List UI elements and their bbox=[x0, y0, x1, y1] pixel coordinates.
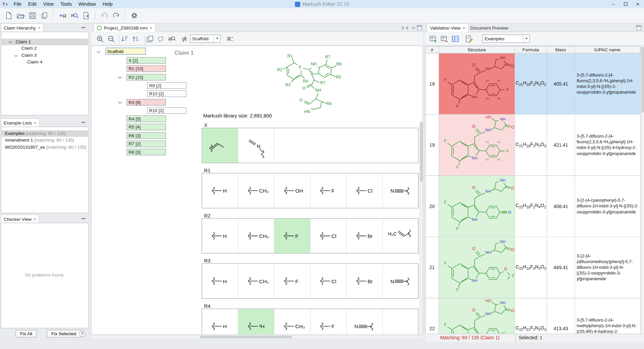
rgroup-tree-item[interactable]: R8 [3] bbox=[126, 149, 166, 155]
minimize-button[interactable]: – bbox=[607, 0, 620, 8]
panel-layout-icon[interactable] bbox=[417, 25, 422, 31]
scaffold-structure[interactable]: R1 X R2 R3 R4 NH R7 R6 R5 R7 O NH O HN R… bbox=[251, 47, 362, 119]
undo-button[interactable] bbox=[99, 10, 109, 21]
new-document-button[interactable] bbox=[3, 10, 14, 21]
minimize-panel-icon[interactable] bbox=[81, 122, 85, 123]
close-tab-icon[interactable]: × bbox=[463, 26, 465, 31]
rgroup-tree-item[interactable]: R10 [2] bbox=[147, 107, 186, 114]
claim-item[interactable]: Claim 2 bbox=[2, 45, 88, 52]
add-example-list-button[interactable] bbox=[428, 34, 438, 44]
table-row[interactable]: 18FFNHONHNHOF²H²H²H²HC21H18F3N3O2405.413… bbox=[426, 53, 641, 114]
example-lists-tab[interactable]: Example Lists × bbox=[1, 118, 39, 127]
copy-structure-button[interactable] bbox=[145, 34, 155, 44]
rgroup-tree-item[interactable]: R1 [10] bbox=[126, 65, 166, 72]
rgroup-tree-item[interactable]: R7 [2] bbox=[126, 141, 166, 147]
fragment-cell[interactable]: ²H bbox=[238, 309, 274, 335]
sort-ascending-button[interactable] bbox=[131, 34, 141, 44]
rgroup-tree-item[interactable]: R4 [5] bbox=[126, 115, 166, 122]
import-rgroup-button[interactable]: R bbox=[57, 10, 67, 21]
close-button[interactable]: × bbox=[632, 0, 644, 8]
rgroup-tree-item[interactable]: R10 [2] bbox=[147, 90, 186, 97]
help-button[interactable]: ? bbox=[79, 330, 86, 337]
fragment-cell[interactable] bbox=[202, 128, 238, 163]
document-tab[interactable]: Project_Z58016B.mrv × bbox=[94, 23, 156, 32]
expand-arrow-icon[interactable] bbox=[118, 100, 121, 103]
claim-item[interactable]: Claim 3 bbox=[2, 52, 88, 59]
claim-item[interactable]: Claim 4 bbox=[2, 59, 88, 65]
maximize-button[interactable] bbox=[620, 0, 632, 8]
rlogic-button[interactable]: R+− bbox=[225, 34, 235, 44]
panel-layout-icon[interactable] bbox=[636, 25, 642, 31]
scaffold-expand-icon[interactable] bbox=[97, 50, 100, 53]
rgroup-tree-item[interactable]: R9 [2] bbox=[147, 82, 186, 89]
fix-selected-button[interactable]: Fix Selected bbox=[47, 330, 81, 337]
structure-cell[interactable]: FFNHONHNHOHO bbox=[439, 298, 515, 334]
expand-arrow-icon[interactable] bbox=[8, 40, 12, 43]
fragment-cell[interactable]: H bbox=[202, 173, 238, 208]
column-structure[interactable]: Structure bbox=[439, 46, 515, 53]
fragment-cell[interactable]: Cl bbox=[311, 218, 347, 253]
redo-button[interactable] bbox=[111, 10, 121, 21]
structure-cell[interactable]: FFNHONHNHOF²H²H²H²H bbox=[439, 53, 515, 114]
example-list-dropdown[interactable]: Examples bbox=[483, 35, 530, 43]
column-formula[interactable]: Formula bbox=[515, 46, 547, 53]
close-icon[interactable]: × bbox=[34, 120, 37, 125]
rgroup-tree-item[interactable]: R3 [9] bbox=[126, 99, 166, 106]
rgroup-search-button[interactable]: R bbox=[69, 10, 79, 21]
checker-view-tab[interactable]: Checker View × bbox=[1, 214, 39, 222]
example-list-item[interactable]: Examples [matching: 60 / 135] bbox=[2, 130, 88, 137]
fragment-cell[interactable]: OH bbox=[274, 173, 311, 208]
fragment-cell[interactable]: Br bbox=[346, 218, 383, 253]
fragment-cell[interactable]: H₂C bbox=[383, 218, 419, 253]
scrollbar-thumb[interactable] bbox=[420, 122, 423, 182]
fragment-cell[interactable]: N bbox=[383, 264, 419, 298]
column-number[interactable]: # bbox=[426, 46, 439, 53]
column-mass[interactable]: Mass bbox=[547, 46, 575, 53]
fragment-cell[interactable]: H bbox=[202, 218, 238, 253]
fragment-cell[interactable]: Cl bbox=[311, 264, 347, 298]
rgroup-tree-item[interactable]: R5 [4] bbox=[126, 124, 166, 131]
fragment-cell[interactable]: CH₃ bbox=[238, 264, 274, 298]
fragment-cell[interactable]: F bbox=[311, 173, 347, 208]
edit-list-button[interactable] bbox=[464, 34, 474, 44]
rgroup-export-button[interactable] bbox=[81, 10, 91, 21]
rgroup-query-button[interactable]: R bbox=[167, 34, 176, 44]
fragment-cell[interactable]: CH₃ bbox=[274, 309, 311, 335]
close-icon[interactable]: × bbox=[34, 216, 36, 221]
markush-canvas[interactable]: X [2]R1 [10]R2 [15]R9 [2]R10 [2]R3 [9]R1… bbox=[91, 46, 423, 335]
tab-validation-view[interactable]: Validation View × bbox=[427, 23, 468, 32]
rgroup-tree-item[interactable]: R6 [3] bbox=[126, 132, 166, 139]
scrollbar-thumb[interactable] bbox=[200, 336, 292, 338]
tab-scroll-right-icon[interactable] bbox=[406, 26, 410, 30]
structure-cell[interactable]: FFNHONHNHOOFF bbox=[439, 237, 515, 298]
canvas-horizontal-scrollbar[interactable] bbox=[91, 335, 423, 338]
table-view-button[interactable] bbox=[450, 34, 460, 44]
rgroup-tree-item[interactable]: X [2] bbox=[126, 57, 166, 64]
close-icon[interactable]: × bbox=[38, 25, 41, 30]
fragment-cell[interactable]: N bbox=[383, 173, 419, 208]
fragment-cell[interactable]: H bbox=[202, 264, 238, 298]
exclude-bond-button[interactable] bbox=[179, 34, 189, 44]
menu-help[interactable]: Help bbox=[99, 0, 116, 8]
scaffold-name-input[interactable] bbox=[106, 48, 146, 55]
claim-item[interactable]: Claim 1 bbox=[2, 39, 88, 45]
fragment-cell[interactable]: F bbox=[311, 309, 347, 335]
column-iupac-name[interactable]: IUPAC name bbox=[575, 46, 640, 53]
lasso-select-button[interactable] bbox=[156, 34, 165, 44]
tab-scroll-left-icon[interactable] bbox=[400, 26, 404, 30]
canvas-vertical-scrollbar[interactable] bbox=[419, 121, 423, 335]
fragment-cell[interactable]: F bbox=[274, 264, 311, 298]
menu-tools[interactable]: Tools bbox=[57, 0, 75, 8]
sort-descending-button[interactable] bbox=[120, 34, 130, 44]
expand-arrow-icon[interactable] bbox=[14, 53, 18, 57]
zoom-in-button[interactable] bbox=[95, 34, 105, 44]
copy-button[interactable] bbox=[39, 10, 49, 21]
view-mode-dropdown[interactable]: Scaffold bbox=[190, 35, 221, 43]
tab-document-preview[interactable]: Document Preview bbox=[467, 23, 511, 32]
fragment-cell[interactable]: N bbox=[238, 128, 274, 163]
fragment-cell[interactable]: H bbox=[202, 309, 238, 335]
table-row[interactable]: 21FFNHONHNHOOFFC22H19F4N3O3449.413-{2-[4… bbox=[426, 237, 641, 298]
fix-all-button[interactable]: Fix All bbox=[16, 330, 37, 337]
menu-window[interactable]: Window bbox=[75, 0, 99, 8]
remove-example-list-button[interactable] bbox=[439, 34, 449, 44]
